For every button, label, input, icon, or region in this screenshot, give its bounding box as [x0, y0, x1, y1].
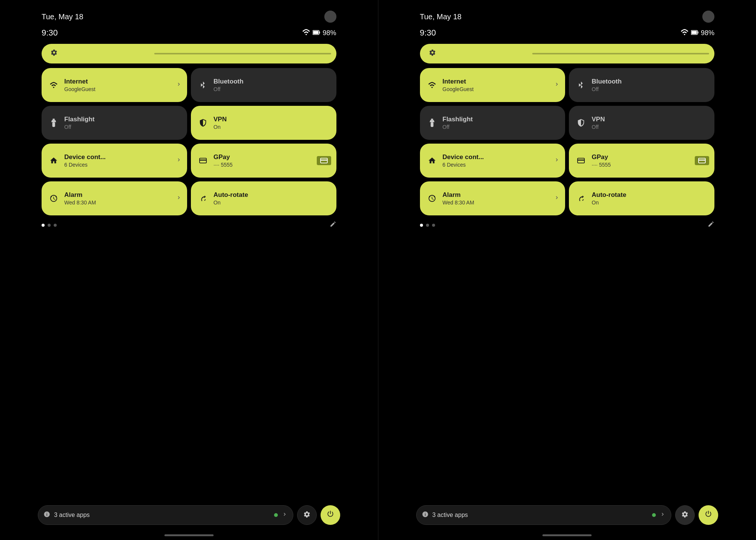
flashlight-icon: [48, 119, 59, 127]
tile-internet-title: Internet: [443, 78, 474, 85]
chevron-right-icon: [176, 195, 182, 202]
pill-chevron-icon: [660, 511, 666, 519]
settings-button[interactable]: [675, 505, 695, 525]
svg-rect-17: [699, 159, 705, 161]
tile-autorotate-text: Auto-rotateOn: [592, 191, 626, 206]
tile-bluetooth-title: Bluetooth: [592, 78, 621, 85]
tile-device-control[interactable]: Device cont...6 Devices: [42, 144, 187, 178]
info-icon: [43, 511, 50, 520]
home-icon: [427, 156, 437, 165]
tile-bluetooth-subtitle: Off: [592, 86, 621, 92]
payment-icon: [576, 157, 586, 164]
tile-autorotate[interactable]: Auto-rotateOn: [569, 181, 714, 215]
time-row: 9:30 98%: [38, 26, 340, 44]
tile-gpay-title: GPay: [592, 153, 611, 161]
tile-gpay[interactable]: GPay···· 5555: [569, 144, 714, 178]
svg-rect-10: [698, 31, 699, 33]
alarm-icon: [427, 194, 437, 203]
tile-alarm-title: Alarm: [443, 191, 474, 199]
page-dot-0[interactable]: [42, 224, 45, 227]
vpn-icon: [576, 119, 586, 127]
tile-device-control-text: Device cont...6 Devices: [443, 153, 484, 168]
tile-alarm-subtitle: Wed 8:30 AM: [443, 200, 474, 206]
active-apps-text: 3 active apps: [54, 512, 270, 518]
brightness-thumb: [425, 46, 440, 61]
active-apps-pill[interactable]: 3 active apps: [38, 505, 293, 525]
page-dot-1[interactable]: [48, 224, 51, 227]
svg-rect-11: [691, 31, 697, 34]
svg-rect-6: [200, 159, 206, 161]
tile-alarm-text: AlarmWed 8:30 AM: [443, 191, 474, 206]
bluetooth-icon: [576, 81, 586, 89]
tile-autorotate[interactable]: Auto-rotateOn: [191, 181, 336, 215]
tile-gpay-text: GPay···· 5555: [214, 153, 233, 168]
gpay-card-icon: [695, 156, 709, 165]
brightness-track[interactable]: [420, 44, 715, 63]
status-icons: 98%: [680, 29, 714, 37]
svg-rect-2: [313, 31, 319, 34]
edit-button[interactable]: [708, 221, 714, 229]
svg-rect-13: [431, 122, 433, 127]
green-status-dot: [274, 513, 278, 517]
tile-gpay-text: GPay···· 5555: [592, 153, 611, 168]
active-apps-text: 3 active apps: [432, 512, 649, 518]
svg-rect-15: [578, 159, 584, 161]
tile-flashlight-subtitle: Off: [443, 124, 473, 130]
tile-alarm-title: Alarm: [64, 191, 96, 199]
tile-internet-subtitle: GoogleGuest: [443, 86, 474, 92]
home-indicator: [542, 534, 592, 536]
page-dot-1[interactable]: [426, 224, 429, 227]
tile-internet-title: Internet: [64, 78, 96, 85]
tile-device-control-title: Device cont...: [443, 153, 484, 161]
tile-internet[interactable]: InternetGoogleGuest: [42, 68, 187, 102]
chevron-right-icon: [176, 81, 182, 89]
flashlight-icon: [427, 119, 437, 127]
page-dot-2[interactable]: [432, 224, 435, 227]
settings-icon: [303, 511, 311, 520]
gpay-card-icon: [317, 156, 331, 165]
brightness-row[interactable]: [416, 44, 719, 68]
status-date: Tue, May 18: [42, 12, 83, 21]
wifi-icon: [48, 82, 59, 88]
tile-flashlight[interactable]: FlashlightOff: [420, 106, 565, 140]
tile-flashlight-text: FlashlightOff: [443, 116, 473, 130]
svg-rect-3: [53, 119, 55, 120]
brightness-row[interactable]: [38, 44, 340, 68]
brightness-track[interactable]: [42, 44, 336, 63]
edit-button[interactable]: [330, 221, 336, 229]
brightness-icon: [50, 49, 58, 59]
green-status-dot: [652, 513, 656, 517]
power-button[interactable]: [321, 505, 340, 525]
tile-bluetooth[interactable]: BluetoothOff: [569, 68, 714, 102]
tile-flashlight[interactable]: FlashlightOff: [42, 106, 187, 140]
tile-vpn-subtitle: On: [214, 124, 227, 130]
tile-alarm-subtitle: Wed 8:30 AM: [64, 200, 96, 206]
status-time: 9:30: [420, 28, 436, 38]
tiles-grid: InternetGoogleGuestBluetoothOffFlashligh…: [416, 68, 719, 215]
phone-screen-1: Tue, May 189:30 98% InternetGoogleGuestB…: [378, 0, 756, 540]
brightness-line: [532, 53, 709, 54]
pill-chevron-icon: [282, 511, 288, 519]
power-button[interactable]: [699, 505, 718, 525]
active-apps-pill[interactable]: 3 active apps: [416, 505, 672, 525]
tile-vpn[interactable]: VPNOn: [191, 106, 336, 140]
tile-device-control[interactable]: Device cont...6 Devices: [420, 144, 565, 178]
tile-vpn[interactable]: VPNOff: [569, 106, 714, 140]
tile-gpay-subtitle: ···· 5555: [592, 162, 611, 168]
page-dot-2[interactable]: [54, 224, 57, 227]
tile-vpn-title: VPN: [592, 116, 605, 123]
tile-alarm[interactable]: AlarmWed 8:30 AM: [420, 181, 565, 215]
autorotate-icon: [576, 194, 586, 203]
tile-bluetooth-text: BluetoothOff: [214, 78, 243, 92]
settings-button[interactable]: [297, 505, 317, 525]
camera-pill: [702, 11, 714, 23]
tile-internet[interactable]: InternetGoogleGuest: [420, 68, 565, 102]
tile-bluetooth[interactable]: BluetoothOff: [191, 68, 336, 102]
time-row: 9:30 98%: [416, 26, 719, 44]
battery-icon: [313, 29, 320, 37]
tile-alarm[interactable]: AlarmWed 8:30 AM: [42, 181, 187, 215]
page-dot-0[interactable]: [420, 224, 423, 227]
tile-gpay[interactable]: GPay···· 5555: [191, 144, 336, 178]
chevron-right-icon: [554, 157, 560, 164]
tile-autorotate-subtitle: On: [592, 200, 626, 206]
